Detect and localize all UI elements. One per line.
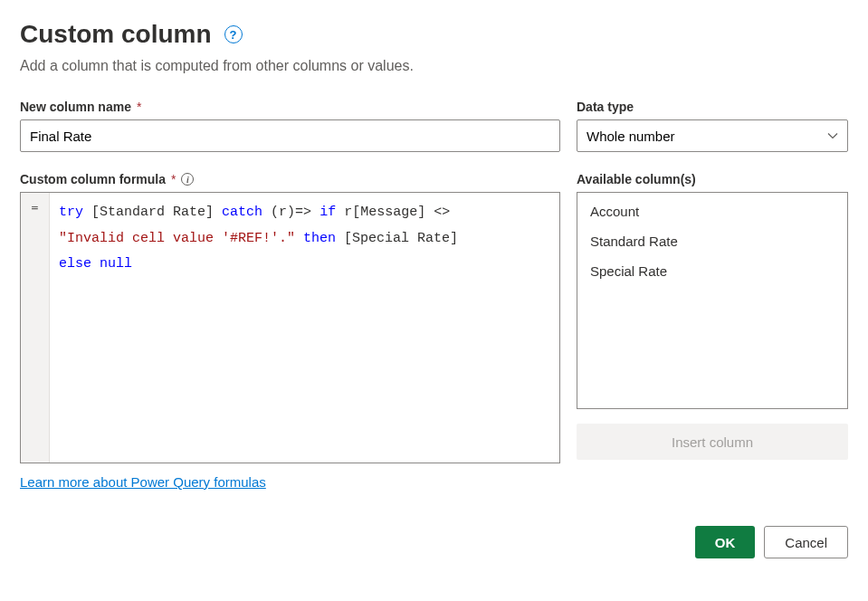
available-column-item[interactable]: Account <box>577 196 847 226</box>
code-token: null <box>100 256 132 272</box>
code-token: <> <box>434 205 450 220</box>
code-token: else <box>59 256 91 272</box>
code-token: (r)=> <box>271 205 311 220</box>
new-column-name-label: New column name * <box>20 100 560 114</box>
insert-column-button[interactable]: Insert column <box>577 424 848 460</box>
ok-button[interactable]: OK <box>695 526 756 558</box>
code-token: catch <box>222 205 262 220</box>
formula-editor[interactable]: = try [Standard Rate] catch (r)=> if r[M… <box>20 192 560 463</box>
available-column-item[interactable]: Standard Rate <box>577 226 847 256</box>
learn-more-link[interactable]: Learn more about Power Query formulas <box>20 474 266 490</box>
code-token <box>83 205 91 220</box>
code-token <box>262 205 271 220</box>
data-type-label: Data type <box>577 100 848 114</box>
available-columns-label: Available column(s) <box>577 172 848 186</box>
formula-label: Custom column formula * i <box>20 172 560 186</box>
code-token: if <box>320 205 336 220</box>
code-token: r[Message] <box>344 205 425 220</box>
formula-code-area[interactable]: try [Standard Rate] catch (r)=> if r[Mes… <box>50 193 559 463</box>
info-icon[interactable]: i <box>181 173 194 186</box>
help-icon[interactable]: ? <box>224 25 243 43</box>
code-token <box>91 256 100 272</box>
code-token <box>295 231 303 246</box>
required-marker: * <box>137 100 141 114</box>
cancel-button[interactable]: Cancel <box>764 526 848 558</box>
required-marker: * <box>171 172 176 186</box>
page-title: Custom column <box>20 20 212 49</box>
code-token <box>311 205 320 220</box>
code-token: [Special Rate] <box>344 231 458 246</box>
code-token: try <box>59 205 83 220</box>
new-column-name-input[interactable] <box>20 119 560 152</box>
code-token <box>336 205 344 220</box>
code-token <box>425 205 434 220</box>
code-token <box>214 205 222 220</box>
code-token: "Invalid cell value '#REF!'." <box>59 231 295 246</box>
available-column-item[interactable]: Special Rate <box>577 256 847 286</box>
formula-gutter: = <box>21 193 50 463</box>
code-token: [Standard Rate] <box>91 205 214 220</box>
code-token: then <box>303 231 336 246</box>
code-token <box>336 231 344 246</box>
page-subtitle: Add a column that is computed from other… <box>20 58 848 74</box>
available-columns-list[interactable]: AccountStandard RateSpecial Rate <box>577 192 848 409</box>
data-type-select[interactable]: Whole number <box>577 119 848 152</box>
